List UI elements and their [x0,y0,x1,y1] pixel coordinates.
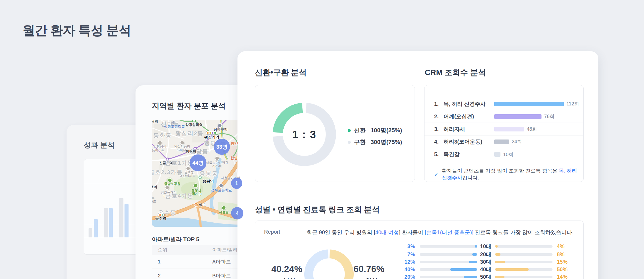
report-highlight-demo: 40대 여성 [375,229,399,235]
junction-badge: JC [194,203,199,207]
crm-value: 48회 [527,126,537,132]
new-returning-donut: 1 : 3 [269,100,339,169]
school-icon [219,183,224,188]
crm-bar [494,140,509,144]
crm-label: 어깨(오십견) [444,113,474,120]
crm-insight-note: ✓ 환자들이 콘텐츠를 가장 많이 조회한 진료톡 항목은 목, 허리 신경주사… [434,167,583,181]
report-row: Report 최근 90일 동안 우리 병원의 [40대 여성] 환자들이 [손… [264,229,574,236]
male-bar [475,245,477,248]
map-label: 동아파트 [152,148,165,153]
legend-value: 100명(25%) [371,126,402,134]
legend-item-new: 신환 100명(25%) [348,124,402,136]
age-label: 30대 [477,258,494,266]
subway-line-pill [158,213,165,217]
map-label: 동화동 [153,132,172,139]
male-bar [469,261,477,263]
note-suffix: 입니다. [462,175,479,181]
crm-rank: 2. [434,113,439,120]
donut-legend: 신환 100명(25%) 구환 300명(75%) [348,124,402,148]
note-prefix: 환자들이 콘텐츠를 가장 많이 조회한 진료톡 항목은 [442,168,559,174]
female-pct: 15% [557,259,573,265]
new-returning-title: 신환•구환 분석 [255,67,306,78]
list-item: 4. 허리3(코어운동) 24회 [425,135,583,148]
crm-title: CRM 조회수 분석 [425,67,486,78]
age-row-40: 40% 40대 50% [255,266,584,273]
map-label: 행당역 [186,149,196,154]
crm-label: 허리3(코어운동) [444,138,482,145]
male-bar [464,276,477,278]
patient-count-bubble: 4 [231,207,243,219]
report-label: Report [264,229,307,236]
crm-bar [494,102,564,106]
list-item: 5. 목건강 10회 [425,148,583,161]
list-item: 1. 목, 허리 신경주사 112회 [425,98,583,110]
top5-title: 아파트/빌라 TOP 5 [152,236,199,243]
female-bar [495,245,498,248]
legend-dot-icon [348,141,351,144]
crm-bar [494,127,524,131]
age-label: 40대 [477,266,494,273]
map-label: 성수고등학교 [211,188,232,193]
perf-bar-blue-1 [94,219,98,237]
female-bar [495,276,504,278]
female-pct: 50% [557,266,573,273]
age-label: 10대 [477,243,494,250]
crm-value: 24회 [512,138,522,145]
line-dot-icon [162,214,163,216]
crm-rank: 3. [434,126,439,132]
female-bar [495,268,529,271]
subway-line-pill [206,131,217,135]
map-label: 서울숲 [219,210,229,214]
new-returning-panel: 1 : 3 신환 100명(25%) 구환 300명(75%) [255,85,415,182]
map-label: 응봉산 [192,188,201,192]
donut-center-label: 1 : 3 [269,100,339,169]
performance-card-title: 성과 분석 [84,140,115,150]
crm-bar [494,114,541,119]
map-label: 금호2.3가동 [152,168,183,176]
crm-rank: 4. [434,139,439,145]
crm-value: 112회 [566,101,579,107]
map-label: 당역 [152,120,158,124]
male-pct: 12% [399,259,415,265]
age-row-30: 12% 30대 15% [255,258,584,265]
perf-bar-gray-2 [104,208,108,237]
perf-bar-blue-2 [109,208,113,237]
map-label: 아이원 [177,148,186,153]
crm-panel: 1. 목, 허리 신경주사 112회 2. 어깨(오십견) 76회 3. 허리자… [424,85,584,182]
legend-dot-icon [348,129,351,132]
patient-count-bubble: 44명 [190,155,207,171]
map-label: 금호4가동 [165,192,194,200]
map-label: 성동고등학교 [164,124,185,129]
male-pct: 40% [399,266,415,273]
perf-bar-gray-1 [89,228,92,237]
mountain-icon [193,183,198,188]
crm-value: 10회 [503,151,513,158]
map-label: 아파트 [212,164,222,169]
top5-rank: 1 [152,259,212,265]
map-label: 왕십리2동 [175,130,204,137]
legend-item-returning: 구환 300명(75%) [348,136,402,148]
gender-age-title: 성별 • 연령별 진료톡 링크 조회 분석 [255,204,380,215]
legend-label: 구환 [354,138,366,146]
male-bar [472,253,477,256]
female-bar [495,253,500,256]
page-title: 월간 환자 특성 분석 [23,22,131,39]
map-label: 벽산아파트 [180,174,196,178]
check-icon: ✓ [434,171,439,178]
crm-rank-list: 1. 목, 허리 신경주사 112회 2. 어깨(오십견) 76회 3. 허리자… [425,98,583,161]
report-p3: 진료톡 링크를 가장 많이 조회하였습니다. [473,229,573,235]
legend-label: 신환 [354,126,366,134]
line-dot-icon [159,214,161,216]
age-row-10: 3% 10대 4% [255,243,584,250]
female-pct: 4% [557,243,573,249]
male-bar [450,268,477,271]
map-label: 응봉역 [203,179,214,184]
map-label: 성수 [199,202,206,207]
map-label: 옥수역 [155,216,166,221]
male-pct: 20% [399,274,415,279]
list-item: 3. 허리자세 48회 [425,123,583,135]
top5-col-rank: 순위 [152,247,212,253]
female-bar [495,261,505,263]
report-text: 최근 90일 동안 우리 병원의 [40대 여성] 환자들이 [손목1(터널 증… [307,229,574,236]
region-card-title: 지역별 환자 분포 분석 [152,101,226,111]
